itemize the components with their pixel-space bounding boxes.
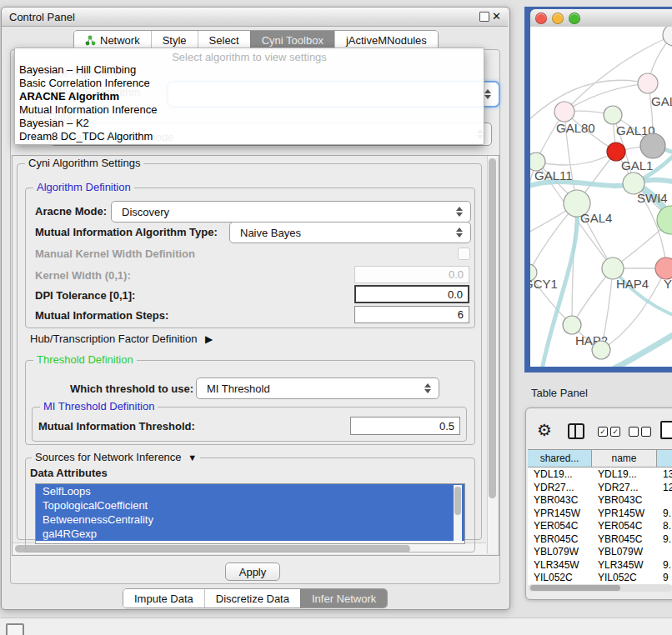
settings-vertical-scrollbar[interactable] [487, 156, 498, 553]
mi-steps-field[interactable] [354, 306, 469, 323]
table-cell: YPR145W [598, 508, 672, 521]
algorithm-option-basic-correlation-inference[interactable]: Basic Correlation Inference [15, 77, 484, 90]
traffic-light-minimize-icon[interactable] [552, 12, 564, 24]
manual-kernel-width-label: Manual Kernel Width Definition [35, 248, 195, 260]
attributes-list-scrollbar[interactable] [454, 485, 462, 541]
bottom-strip [0, 618, 672, 635]
desktop: Control Panel ✕ NetworkStyleSelectCyni T… [0, 0, 672, 635]
column-header-shared[interactable]: shared... [528, 450, 592, 468]
scrollbar-thumb[interactable] [489, 158, 496, 498]
network-tab-icon [85, 35, 96, 46]
table-row[interactable]: YBR043CYBR043C [528, 494, 672, 508]
which-threshold-combobox[interactable]: MI Threshold [196, 378, 439, 399]
aracne-mode-combobox[interactable]: Discovery [111, 201, 471, 222]
split-columns-icon[interactable] [568, 423, 584, 439]
float-window-icon[interactable] [479, 12, 489, 22]
network-edge[interactable] [564, 83, 648, 112]
table-cell: YBL079W [598, 546, 672, 559]
column-header-name[interactable]: name [592, 450, 657, 468]
network-window-titlebar[interactable] [530, 9, 672, 28]
arrow-down-icon: ▼ [188, 452, 197, 462]
kernel-width-field[interactable] [354, 266, 469, 283]
table-panel-title: Table Panel [531, 387, 588, 399]
table-row[interactable]: YLR345WYLR345W9. [528, 559, 672, 572]
mi-algorithm-type-combobox[interactable]: Naive Bayes [229, 222, 471, 243]
network-node-label: GAL11 [534, 168, 573, 182]
tab-impute-data[interactable]: Impute Data [123, 589, 204, 608]
network-node-gal[interactable] [638, 73, 658, 93]
algorithm-option-bayesian-k2[interactable]: Bayesian – K2 [15, 117, 484, 130]
attribute-item-betweennesscentrality[interactable]: BetweennessCentrality [36, 512, 464, 527]
data-attributes-label: Data Attributes [30, 467, 108, 479]
traffic-light-zoom-icon[interactable] [569, 12, 580, 24]
attribute-item-selfloops[interactable]: SelfLoops [36, 484, 464, 498]
algorithm-option-bayesian-hill-climbing[interactable]: Bayesian – Hill Climbing [15, 63, 484, 77]
table-row[interactable]: YIL052CYIL052C9 [528, 572, 672, 585]
table-cell: YDL19... [598, 468, 672, 482]
table-horizontal-scrollbar[interactable] [529, 584, 672, 592]
traffic-light-close-icon[interactable] [535, 12, 547, 24]
table-cell: 9. [663, 533, 672, 547]
network-edge[interactable] [536, 152, 616, 165]
algorithm-option-mutual-information-inference[interactable]: Mutual Information Inference [15, 103, 484, 117]
table-row[interactable]: YDL19...YDL19...13 [528, 468, 672, 482]
network-node[interactable] [592, 341, 610, 359]
network-node[interactable] [640, 133, 665, 158]
control-panel-titlebar[interactable]: Control Panel [2, 8, 508, 27]
network-canvas[interactable]: GALGAL80GAL10GAL1GAL11SWI4GAL4HAP4YGCY1H… [530, 27, 672, 367]
mi-steps-label: Mutual Information Steps: [35, 309, 168, 322]
arrow-right-icon: ▶ [205, 333, 213, 345]
combo-stepper-icon [424, 383, 431, 393]
network-edge[interactable] [530, 80, 648, 125]
attribute-item-topologicalcoefficient[interactable]: TopologicalCoefficient [36, 498, 464, 512]
network-node-hap2[interactable] [563, 316, 581, 334]
table-row[interactable]: YBR045CYBR045C9. [528, 533, 672, 547]
algorithm-option-aracne-algorithm[interactable]: ARACNE Algorithm [15, 90, 484, 103]
which-threshold-label: Which threshold to use: [70, 382, 193, 395]
tab-cyni-toolbox[interactable]: Cyni Toolbox [250, 31, 334, 49]
table-row[interactable]: YBL079WYBL079W [528, 546, 672, 559]
network-node-label: HAP4 [616, 277, 649, 291]
threshold-definition-title: Threshold Definition [33, 354, 137, 366]
panel-dock-icon[interactable] [6, 623, 24, 635]
combo-stepper-icon [456, 228, 463, 238]
column-header-a[interactable]: A [657, 450, 672, 468]
tab-select[interactable]: Select [198, 31, 250, 49]
gear-icon[interactable]: ⚙ [537, 420, 552, 440]
cyni-mode-tabbar: Impute DataDiscretize DataInfer Network [123, 588, 388, 608]
hub-definition-expander[interactable]: Hub/Transcription Factor Definition ▶ [30, 332, 213, 345]
table-row[interactable]: YPR145WYPR145W9. [528, 508, 672, 521]
table-row[interactable]: YER054CYER054C8. [528, 520, 672, 533]
manual-kernel-width-checkbox[interactable] [458, 248, 470, 260]
mi-algorithm-type-label: Mutual Information Algorithm Type: [35, 226, 218, 238]
dpi-tolerance-field[interactable] [354, 285, 469, 303]
algorithm-definition-title: Algorithm Definition [33, 182, 134, 193]
table-row[interactable]: YDR27...YDR27...12 [528, 482, 672, 495]
select-all-icon[interactable]: ✓ ✓ [598, 427, 620, 437]
document-icon[interactable] [660, 421, 672, 439]
aracne-mode-label: Aracne Mode: [35, 205, 107, 218]
network-node[interactable] [657, 206, 672, 234]
algorithm-option-dream8-dc-tdc-algorithm[interactable]: Dream8 DC_TDC Algorithm [15, 130, 484, 143]
sources-title[interactable]: Sources for Network Inference ▼ [32, 452, 200, 463]
data-attributes-list[interactable]: SelfLoopsTopologicalCoefficientBetweenne… [35, 483, 465, 544]
scrollbar-thumb[interactable] [530, 585, 620, 591]
deselect-all-icon[interactable] [629, 427, 651, 437]
table-cell: YIL052C [598, 572, 672, 585]
mi-threshold-field[interactable] [350, 417, 460, 435]
network-node[interactable] [663, 27, 672, 46]
close-icon[interactable]: ✕ [492, 11, 501, 22]
table-cell: 12 [663, 482, 672, 495]
tab-jactivemnodules[interactable]: jActiveMNodules [334, 31, 438, 49]
tab-network[interactable]: Network [74, 31, 151, 49]
dpi-tolerance-label: DPI Tolerance [0,1]: [35, 289, 135, 302]
tab-infer-network[interactable]: Infer Network [300, 589, 387, 608]
tab-style[interactable]: Style [151, 31, 198, 49]
tab-discretize-data[interactable]: Discretize Data [204, 589, 300, 608]
network-node-gal80[interactable] [554, 102, 574, 122]
network-node-label: GAL [651, 94, 672, 108]
attribute-item-gal4rgexp[interactable]: gal4RGexp [36, 527, 464, 541]
apply-button[interactable]: Apply [225, 562, 280, 581]
scrollbar-thumb[interactable] [454, 487, 461, 515]
network-node-gal10[interactable] [604, 106, 622, 124]
